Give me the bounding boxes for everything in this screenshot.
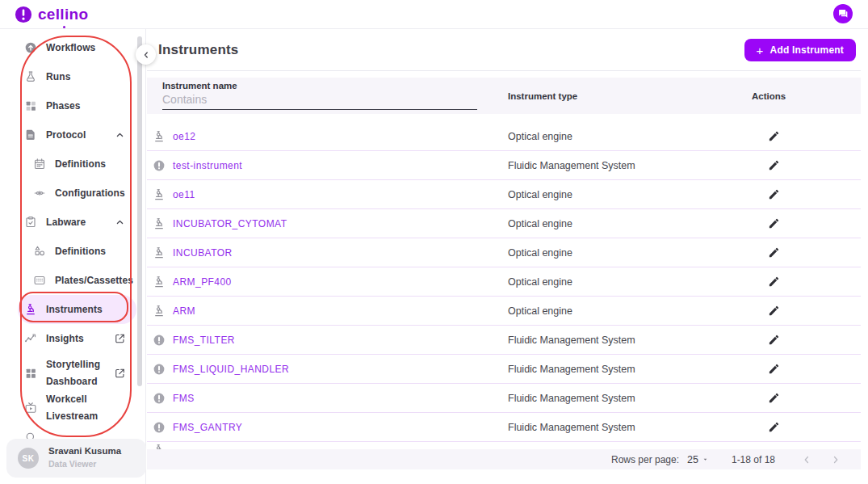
dashboard-grid-icon (24, 367, 37, 380)
sidebar-item-label: Labware (46, 214, 86, 231)
edit-instrument-button[interactable] (763, 330, 784, 351)
instrument-name-link[interactable]: FMS_GANTRY (173, 422, 242, 433)
rows-per-page-select[interactable]: 25 (687, 454, 709, 465)
instrument-type-cell: Optical engine (508, 305, 572, 317)
chevron-up-icon[interactable] (114, 129, 126, 141)
instrument-name-link[interactable]: oe11 (173, 189, 195, 200)
brand-wordmark: cellino (38, 6, 88, 23)
trend-line-icon (24, 332, 37, 345)
edit-instrument-button[interactable] (763, 184, 784, 205)
sidebar-item-label: Workflows (46, 40, 95, 57)
add-instrument-button[interactable]: + Add Instrument (744, 39, 856, 61)
instrument-circle-icon (153, 159, 166, 172)
sidebar-scrollbar-thumb[interactable] (137, 36, 142, 386)
avatar: SK (18, 448, 39, 469)
instrument-name-link[interactable]: ARM (173, 305, 195, 317)
edit-instrument-button[interactable] (763, 417, 784, 438)
instrument-type-cell: Fluidic Management System (508, 422, 635, 433)
cellino-logo: cellino (15, 6, 88, 23)
cellino-logo-mark-icon (15, 6, 32, 23)
sidebar-item-runs[interactable]: Runs (18, 62, 136, 91)
user-card[interactable]: SK Sravani Kusuma Data Viewer (6, 439, 146, 478)
edit-instrument-button[interactable] (763, 359, 784, 380)
next-page-button[interactable] (830, 454, 841, 465)
instrument-type-cell: Fluidic Management System (508, 160, 635, 171)
instruments-table: Instrument name Instrument type Actions … (147, 78, 861, 484)
edit-instrument-button[interactable] (763, 126, 784, 147)
search-icon (24, 431, 37, 439)
sidebar-item-label: Phases (46, 98, 81, 115)
edit-instrument-button[interactable] (763, 388, 784, 409)
instrument-name-filter-input[interactable] (162, 90, 477, 110)
table-row: INCUBATOROptical engine (147, 238, 861, 267)
instrument-name-link[interactable]: FMS (173, 393, 195, 404)
sidebar-collapse-button[interactable] (136, 44, 156, 65)
table-row (147, 442, 861, 449)
edit-instrument-button[interactable] (763, 444, 784, 449)
edit-instrument-button[interactable] (763, 213, 784, 234)
sidebar-item-label: Insights (46, 330, 84, 347)
sidebar-item-phases[interactable]: Phases (18, 91, 136, 120)
chevron-up-icon[interactable] (114, 217, 126, 229)
sidebar-item-definitions[interactable]: Definitions (18, 149, 136, 179)
edit-pencil-icon (768, 276, 780, 288)
external-link-icon[interactable] (114, 368, 126, 380)
microscope-icon (153, 276, 166, 288)
edit-pencil-icon (768, 305, 780, 317)
table-row: test-instrumentFluidic Management System (147, 151, 861, 180)
sidebar-item-label: Plates/Cassettes (55, 272, 133, 289)
table-body: oe12Optical enginetest-instrumentFluidic… (147, 122, 861, 449)
edit-instrument-button[interactable] (763, 155, 784, 176)
instrument-name-filter: Instrument name (162, 81, 477, 110)
workflows-icon (24, 41, 37, 54)
instrument-name-link[interactable]: test-instrument (173, 160, 242, 171)
sidebar-item-workflows[interactable]: Workflows (18, 33, 136, 62)
instrument-circle-icon (153, 363, 166, 376)
sidebar-item-partial[interactable] (18, 423, 136, 439)
user-name: Sravani Kusuma (48, 446, 121, 456)
previous-page-button[interactable] (801, 454, 812, 465)
instrument-name-link[interactable]: FMS_TILTER (173, 335, 235, 346)
rows-per-page-label: Rows per page: (611, 454, 679, 465)
instrument-circle-icon (153, 392, 166, 405)
instrument-circle-icon (153, 334, 166, 347)
sidebar-item-definitions[interactable]: Definitions (18, 237, 136, 266)
sidebar-item-plates-cassettes[interactable]: Plates/Cassettes (18, 266, 136, 295)
external-link-icon[interactable] (114, 333, 126, 345)
instrument-name-link[interactable]: FMS_LIQUID_HANDLER (173, 364, 289, 375)
instrument-circle-icon (153, 421, 166, 434)
plus-icon: + (757, 44, 764, 57)
sidebar-item-label: Storytelling Dashboard (46, 356, 112, 390)
sidebar-item-label: Workcell Livestream (46, 391, 136, 425)
sidebar-item-labware[interactable]: Labware (18, 208, 136, 237)
table-row: INCUBATOR_CYTOMATOptical engine (147, 209, 861, 238)
edit-pencil-icon (768, 217, 780, 229)
main-content: Instruments + Add Instrument Instrument … (147, 29, 868, 484)
sidebar-item-instruments[interactable]: Instruments (18, 295, 136, 324)
edit-instrument-button[interactable] (763, 242, 784, 263)
edit-instrument-button[interactable] (763, 271, 784, 293)
instrument-type-cell: Fluidic Management System (508, 364, 635, 375)
page-title: Instruments (158, 42, 239, 58)
sidebar-item-label: Runs (46, 69, 70, 86)
sidebar-item-protocol[interactable]: Protocol (18, 120, 136, 149)
edit-instrument-button[interactable] (763, 301, 784, 322)
sidebar-item-storytelling-dashboard[interactable]: Storytelling Dashboard (18, 353, 136, 394)
instrument-name-link[interactable]: ARM_PF400 (173, 276, 232, 288)
chat-button[interactable] (833, 4, 853, 23)
sidebar-nav: WorkflowsRunsPhasesProtocolDefinitionsCo… (0, 33, 145, 439)
microscope-icon (153, 130, 166, 143)
instrument-type-cell: Optical engine (508, 218, 572, 229)
instrument-type-cell: Fluidic Management System (508, 393, 635, 404)
sidebar-item-configurations[interactable]: Configurations (18, 179, 136, 208)
instrument-name-link[interactable]: INCUBATOR (173, 247, 233, 259)
instrument-type-cell: Optical engine (508, 247, 572, 259)
sidebar-item-insights[interactable]: Insights (18, 324, 136, 353)
phases-grid-icon (24, 99, 37, 112)
instrument-name-link[interactable]: INCUBATOR_CYTOMAT (173, 218, 287, 229)
microscope-icon (153, 217, 166, 230)
table-row: oe12Optical engine (147, 122, 861, 151)
sidebar-item-workcell-livestream[interactable]: Workcell Livestream (18, 394, 136, 423)
edit-pencil-icon (768, 334, 780, 346)
instrument-name-link[interactable]: oe12 (173, 131, 196, 142)
